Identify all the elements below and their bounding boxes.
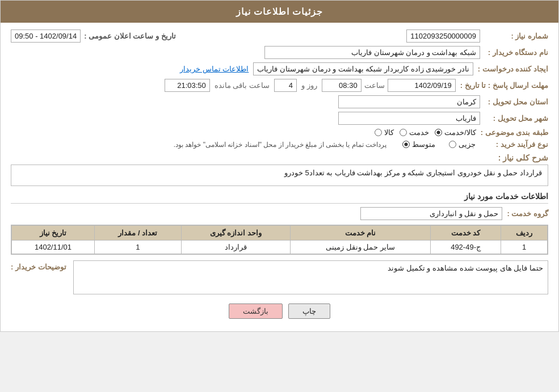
creator-value: نادر خورشیدی زاده کاربردار شبکه بهداشت و… <box>253 62 473 75</box>
category-kala-khedmat-radio[interactable] <box>435 129 442 136</box>
buyer-name-label: نام دستگاه خریدار : <box>480 48 548 57</box>
announce-value: 1402/09/14 - 09:50 <box>11 29 81 43</box>
city-row: شهر محل تحویل : فاریاب <box>11 112 548 125</box>
buyer-name-value: شبکه بهداشت و درمان شهرستان فاریاب <box>264 46 480 59</box>
col-code: کد خدمت <box>430 226 501 241</box>
buyer-notes-label: توضیحات خریدار : <box>11 260 66 271</box>
category-khedmat-radio[interactable] <box>400 129 407 136</box>
page-header: جزئیات اطلاعات نیاز <box>1 1 558 23</box>
need-summary-section: شرح کلی نیاز : قرارداد حمل و نقل خودروی … <box>11 153 548 186</box>
purchase-jozvi-label: جزیی <box>459 140 476 149</box>
purchase-type-label: نوع فرآیند خرید : <box>480 140 548 149</box>
time-label: ساعت <box>364 81 385 90</box>
category-options: کالا خدمت کالا/خدمت <box>375 128 476 137</box>
need-number-label: شماره نیاز : <box>480 32 548 40</box>
buyer-name-row: نام دستگاه خریدار : شبکه بهداشت و درمان … <box>11 46 548 59</box>
deadline-label: مهلت ارسال پاسخ : تا تاریخ : <box>456 81 548 90</box>
service-group-row: گروه خدمت : حمل و نقل و انبارداری <box>11 207 548 220</box>
city-label: شهر محل تحویل : <box>480 114 548 123</box>
purchase-note: پرداخت تمام یا بخشی از مبلغ خریدار از مح… <box>174 141 386 149</box>
need-number-value: 1102093250000009 <box>406 29 480 43</box>
remaining-label: ساعت باقی مانده <box>215 81 270 90</box>
purchase-motavaset-item: متوسط <box>402 140 435 149</box>
col-row: ردیف <box>501 226 548 241</box>
category-kala-label: کالا <box>384 128 394 137</box>
need-number-row: شماره نیاز : 1102093250000009 تاریخ و سا… <box>11 29 548 43</box>
category-khedmat-item: خدمت <box>400 128 429 137</box>
purchase-motavaset-label: متوسط <box>412 140 435 149</box>
category-row: طبقه بندی موضوعی : کالا خدمت کالا/خدمت <box>11 128 548 137</box>
need-summary-value: قرارداد حمل و نقل خودروی استیجاری شبکه و… <box>11 165 548 186</box>
service-group-label: گروه خدمت : <box>502 209 548 218</box>
deadline-days: 4 <box>274 79 297 92</box>
purchase-type-row: نوع فرآیند خرید : جزیی متوسط پرداخت تمام… <box>11 140 548 149</box>
services-table-wrapper: ردیف کد خدمت نام خدمت واحد اندازه گیری ت… <box>11 225 548 255</box>
category-kala-khedmat-label: کالا/خدمت <box>444 128 476 137</box>
purchase-jozvi-item: جزیی <box>449 140 476 149</box>
province-value: کرمان <box>338 95 480 108</box>
table-row: 1ج-49-492سایر حمل ونقل زمینیقرارداد11402… <box>12 241 548 254</box>
province-label: استان محل تحویل : <box>480 98 548 106</box>
col-unit: واحد اندازه گیری <box>181 226 290 241</box>
contact-link[interactable]: اطلاعات تماس خریدار <box>180 65 249 73</box>
deadline-date: 1402/09/19 <box>388 79 456 92</box>
col-date: تاریخ نیاز <box>12 226 95 241</box>
day-label: روز و <box>301 81 317 90</box>
category-label: طبقه بندی موضوعی : <box>476 128 548 137</box>
service-group-value: حمل و نقل و انبارداری <box>360 207 502 220</box>
services-section-title: اطلاعات خدمات مورد نیاز <box>11 192 548 204</box>
col-count: تعداد / مقدار <box>95 226 182 241</box>
buyer-notes-section: حتما فایل های پیوست شده مشاهده و تکمیل ش… <box>11 260 548 294</box>
col-name: نام خدمت <box>291 226 431 241</box>
buyer-notes-box: حتما فایل های پیوست شده مشاهده و تکمیل ش… <box>73 260 548 294</box>
category-kala-item: کالا <box>375 128 394 137</box>
buyer-notes-value: حتما فایل های پیوست شده مشاهده و تکمیل ش… <box>388 264 543 272</box>
creator-label: ایجاد کننده درخواست : <box>473 65 548 73</box>
creator-row: ایجاد کننده درخواست : نادر خورشیدی زاده … <box>11 62 548 75</box>
deadline-remaining: 21:03:50 <box>165 79 210 92</box>
page-title: جزئیات اطلاعات نیاز <box>236 7 323 16</box>
services-table: ردیف کد خدمت نام خدمت واحد اندازه گیری ت… <box>11 225 548 254</box>
announce-label: تاریخ و ساعت اعلان عمومی : <box>84 32 175 40</box>
button-row: چاپ بازگشت <box>11 304 548 319</box>
need-summary-label: شرح کلی نیاز : <box>480 153 548 162</box>
deadline-time: 08:30 <box>322 79 362 92</box>
province-row: استان محل تحویل : کرمان <box>11 95 548 108</box>
print-button[interactable]: چاپ <box>288 304 330 319</box>
category-khedmat-label: خدمت <box>409 128 429 137</box>
deadline-row: مهلت ارسال پاسخ : تا تاریخ : 1402/09/19 … <box>11 79 548 92</box>
city-value: فاریاب <box>338 112 480 125</box>
purchase-motavaset-radio[interactable] <box>402 141 410 148</box>
category-kala-khedmat-item: کالا/خدمت <box>435 128 476 137</box>
category-kala-radio[interactable] <box>375 129 382 136</box>
back-button[interactable]: بازگشت <box>229 304 283 319</box>
purchase-jozvi-radio[interactable] <box>449 141 456 148</box>
